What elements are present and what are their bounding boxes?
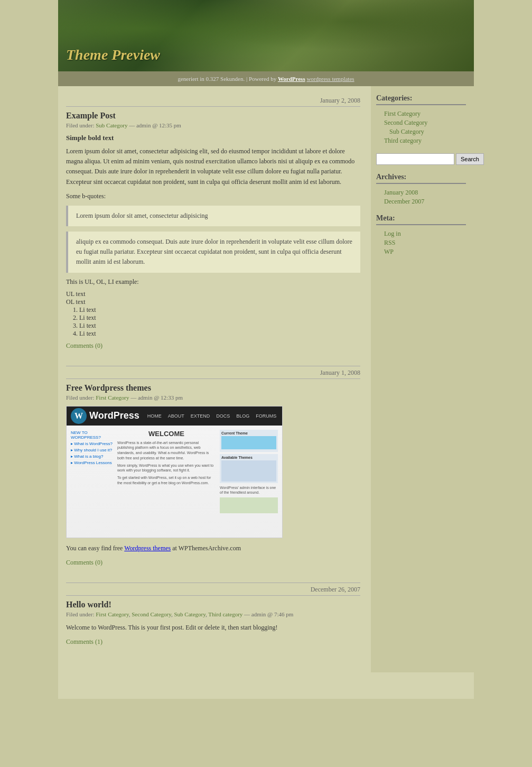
wp-available-preview xyxy=(221,460,276,482)
sidebar-cat-second[interactable]: Second Category xyxy=(376,118,466,127)
post-3-cat4-link[interactable]: Third category xyxy=(208,611,242,617)
wp-nav-docs: DOCS xyxy=(216,413,230,419)
post-1-ul-ol: UL text OL text Li text Li text Li text … xyxy=(66,290,360,338)
post-3-cat3-link[interactable]: Sub Category xyxy=(174,611,206,617)
list-item: Li text xyxy=(79,322,360,330)
footer-wp-link[interactable]: WordPress xyxy=(278,76,305,82)
wp-nav-about: ABOUT xyxy=(168,413,184,419)
sidebar-meta-login[interactable]: Log in xyxy=(376,229,466,238)
list-item: Li text xyxy=(79,330,360,338)
post-1-meta: Filed under: Sub Category — admin @ 12:3… xyxy=(66,122,360,128)
post-2-title: Free Wordpress themes xyxy=(66,383,360,393)
post-3-comments: Comments (1) xyxy=(66,638,360,646)
post-3: December 26, 2007 Hello world! Filed und… xyxy=(66,586,360,646)
sidebar-search-section: Search xyxy=(376,153,466,165)
post-3-title: Hello world! xyxy=(66,600,360,609)
post-2-meta: Filed under: First Category — admin @ 12… xyxy=(66,394,360,401)
site-header: Theme Preview xyxy=(58,0,474,71)
post-1-body: Lorem ipsum dolor sit amet, consectetur … xyxy=(66,146,360,187)
sidebar-meta-heading: Meta: xyxy=(376,214,466,225)
main-content: January 2, 2008 Example Post Filed under… xyxy=(58,86,371,672)
wp-bottom-image xyxy=(220,497,278,513)
post-3-cat1-link[interactable]: First Category xyxy=(96,611,129,617)
search-input[interactable] xyxy=(376,153,454,165)
sidebar-cat-first[interactable]: First Category xyxy=(376,109,466,118)
post-3-filed-label: Filed under: xyxy=(66,611,94,617)
post-2: January 1, 2008 Free Wordpress themes Fi… xyxy=(66,369,360,567)
footer-wp-templates-link[interactable]: wordpress templates xyxy=(306,76,354,82)
post-1-author: — admin @ 12:35 pm xyxy=(129,122,181,128)
sidebar-meta-rss[interactable]: RSS xyxy=(376,238,466,247)
divider-2 xyxy=(66,583,360,583)
post-1-comments-link[interactable]: Comments (0) xyxy=(66,342,102,349)
post-1-category-link[interactable]: Sub Category xyxy=(96,122,127,128)
wp-available-title: Available Themes xyxy=(221,456,276,459)
post-1-ul-ol-label: This is UL, OL, LI example: xyxy=(66,278,360,286)
wp-admin-text: WordPress' admin interface is one of the… xyxy=(220,485,278,496)
wp-nav-forums: FORUMS xyxy=(256,413,276,419)
wp-text-block-3: To get started with WordPress, set it up… xyxy=(117,475,216,486)
bottom-area xyxy=(58,672,474,699)
wp-sidebar-left: NEW TO WORDPRESS? ▸ What is WordPress? ▸… xyxy=(71,430,113,533)
main-wrapper: January 2, 2008 Example Post Filed under… xyxy=(58,86,474,672)
divider-1 xyxy=(66,366,360,366)
post-3-cat2-link[interactable]: Second Category xyxy=(132,611,171,617)
post-2-filed-label: Filed under: xyxy=(66,394,94,401)
sidebar-cat-third[interactable]: Third category xyxy=(376,136,466,145)
post-1-subtitle: Simple bold text xyxy=(66,134,360,142)
post-1: January 2, 2008 Example Post Filed under… xyxy=(66,97,360,350)
site-title: Theme Preview xyxy=(66,47,160,63)
wp-menu-item: ▸ What is WordPress? xyxy=(71,441,113,447)
post-1-bquote-label: Some b-quotes: xyxy=(66,192,360,200)
post-2-date: January 1, 2008 xyxy=(66,369,360,379)
wp-menu-item: NEW TO WORDPRESS? xyxy=(71,430,113,441)
wp-nav: HOME ABOUT EXTEND DOCS BLOG FORUMS HOSTI… xyxy=(147,413,283,419)
wp-text-block: WordPress is a state-of-the-art semantic… xyxy=(117,440,216,461)
wp-menu-item: ▸ Why should I use it? xyxy=(71,447,113,454)
post-1-comments: Comments (0) xyxy=(66,342,360,350)
post-2-comments-link[interactable]: Comments (0) xyxy=(66,559,102,566)
sidebar: Categories: First Category Second Catego… xyxy=(371,86,474,672)
post-3-date: December 26, 2007 xyxy=(66,586,360,596)
post-1-date: January 2, 2008 xyxy=(66,97,360,107)
post-2-comments: Comments (0) xyxy=(66,559,360,567)
post-1-blockquote-cont: aliquip ex ea commodo consequat. Duis au… xyxy=(66,232,360,273)
wp-screenshot: W WordPress HOME ABOUT EXTEND DOCS BLOG … xyxy=(67,406,282,538)
wp-right-col: Current Theme Available Themes WordPress… xyxy=(220,430,278,533)
sidebar-cat-sub[interactable]: Sub Category xyxy=(376,127,466,136)
footer-text: generiert in 0.327 Sekunden. | Powered b… xyxy=(178,76,276,82)
wp-body: NEW TO WORDPRESS? ▸ What is WordPress? ▸… xyxy=(67,426,282,538)
post-3-meta: Filed under: First Category, Second Cate… xyxy=(66,611,360,617)
post-2-body: You can easy find free Wordpress themes … xyxy=(66,543,360,553)
sidebar-categories-section: Categories: First Category Second Catego… xyxy=(376,94,466,145)
search-button[interactable]: Search xyxy=(456,153,484,165)
post-1-ol-text: OL text xyxy=(66,298,360,306)
post-2-image: W WordPress HOME ABOUT EXTEND DOCS BLOG … xyxy=(66,406,283,538)
wp-theme-title: Current Theme xyxy=(221,431,276,435)
post-3-author: — admin @ 7:46 pm xyxy=(244,611,293,617)
wp-header-bar: W WordPress HOME ABOUT EXTEND DOCS BLOG … xyxy=(67,406,282,426)
post-3-comments-link[interactable]: Comments (1) xyxy=(66,638,102,645)
wp-nav-blog: BLOG xyxy=(236,413,249,419)
wp-main-area: WELCOME WordPress is a state-of-the-art … xyxy=(117,430,216,533)
search-form: Search xyxy=(376,153,466,165)
post-2-wp-themes-link[interactable]: Wordpress themes xyxy=(124,544,171,552)
wp-current-theme: Current Theme xyxy=(220,430,278,452)
wp-theme-preview xyxy=(221,436,276,449)
sidebar-archive-dec2007[interactable]: December 2007 xyxy=(376,197,466,206)
post-2-body-text: You can easy find free xyxy=(66,544,123,552)
sidebar-meta-wp[interactable]: WP xyxy=(376,247,466,256)
sidebar-meta-section: Meta: Log in RSS WP xyxy=(376,214,466,256)
footer-bar: generiert in 0.327 Sekunden. | Powered b… xyxy=(58,71,474,86)
list-item: Li text xyxy=(79,306,360,314)
list-item: Li text xyxy=(79,314,360,322)
sidebar-archives-heading: Archives: xyxy=(376,173,466,184)
wp-logo-text: WordPress xyxy=(89,410,139,421)
sidebar-categories-heading: Categories: xyxy=(376,94,466,105)
post-1-ul-text: UL text xyxy=(66,290,360,298)
post-2-category-link[interactable]: First Category xyxy=(96,394,129,401)
post-1-title: Example Post xyxy=(66,111,360,121)
sidebar-archive-jan2008[interactable]: January 2008 xyxy=(376,188,466,197)
wp-nav-extend: EXTEND xyxy=(191,413,210,419)
post-3-body: Welcome to WordPress. This is your first… xyxy=(66,623,360,633)
